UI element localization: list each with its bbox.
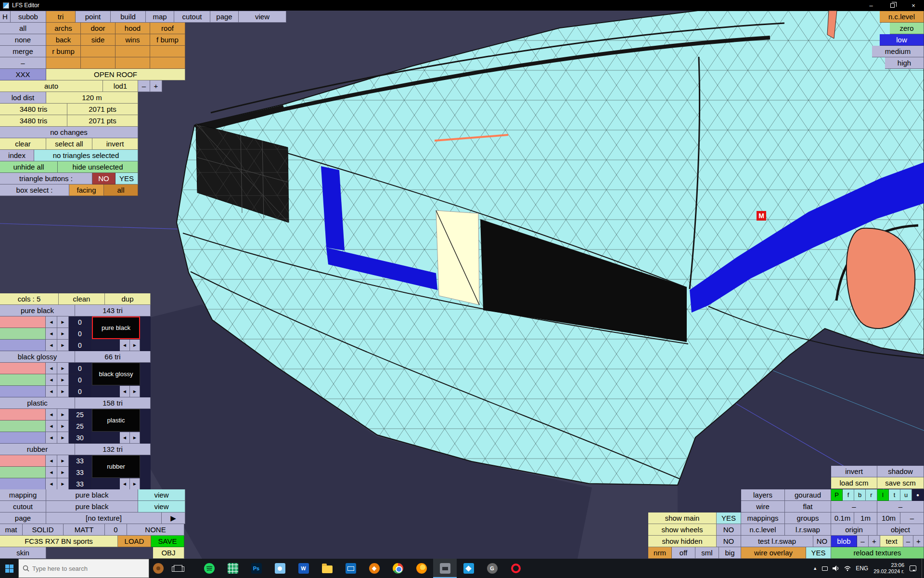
- box-select-facing[interactable]: facing: [69, 184, 104, 196]
- slider-right-arrow[interactable]: ►: [57, 455, 69, 467]
- nc-level-low[interactable]: low: [880, 34, 924, 46]
- tray-expand-icon[interactable]: ▲: [813, 566, 817, 571]
- cutout-view-button[interactable]: view: [138, 501, 185, 512]
- box-select-all[interactable]: all: [104, 184, 138, 196]
- mappings-button[interactable]: mappings: [741, 512, 785, 524]
- subobj-fbump-button[interactable]: f bump: [150, 34, 185, 46]
- layers-button[interactable]: layers: [741, 489, 785, 501]
- minimize-button[interactable]: –: [860, 0, 882, 11]
- subobj-empty-cell[interactable]: [150, 46, 185, 57]
- file-explorer-icon[interactable]: [315, 559, 339, 578]
- spotify-icon[interactable]: [197, 559, 221, 578]
- material-name[interactable]: rubber: [0, 444, 75, 455]
- gouraud-button[interactable]: gouraud: [785, 489, 831, 501]
- chrome-icon[interactable]: [386, 559, 410, 578]
- menu-point[interactable]: point: [76, 11, 111, 23]
- text-plus-button[interactable]: +: [913, 536, 924, 547]
- slider-right-arrow[interactable]: ►: [57, 467, 69, 478]
- mapping-view-button[interactable]: view: [138, 489, 185, 501]
- grid-10m-button[interactable]: 10m: [877, 512, 900, 524]
- subobj-wins-button[interactable]: wins: [116, 34, 150, 46]
- swatch-left-arrow[interactable]: ◄: [120, 432, 130, 444]
- select-all-button[interactable]: select all: [46, 138, 92, 150]
- wire-overlay-label[interactable]: wire overlay: [741, 547, 806, 559]
- subobj-empty-cell[interactable]: [150, 57, 185, 69]
- color-slider-track[interactable]: [0, 328, 46, 340]
- subobj-empty-cell[interactable]: [116, 57, 150, 69]
- swatch-right-arrow[interactable]: ►: [130, 386, 140, 397]
- menu-view[interactable]: view: [239, 11, 286, 23]
- lfs-editor-taskbar-button[interactable]: [433, 559, 457, 578]
- language-indicator[interactable]: ENG: [856, 565, 868, 572]
- cols-count[interactable]: cols : 5: [0, 293, 59, 305]
- blob-plus-button[interactable]: +: [869, 536, 880, 547]
- opera-icon[interactable]: [504, 559, 527, 578]
- invert-selection-button[interactable]: invert: [92, 138, 138, 150]
- mail-icon[interactable]: [339, 559, 362, 578]
- show-hidden-toggle[interactable]: NO: [717, 536, 741, 547]
- photos-icon[interactable]: [457, 559, 480, 578]
- flag-r-button[interactable]: r: [866, 489, 877, 501]
- clock[interactable]: 23:06 29.02.2024 г.: [873, 562, 904, 575]
- cutout-label[interactable]: cutout: [0, 501, 46, 512]
- color-slider-track[interactable]: [0, 478, 46, 490]
- subobj-back-button[interactable]: back: [46, 34, 81, 46]
- slider-left-arrow[interactable]: ◄: [46, 420, 57, 432]
- subobj-rbump-button[interactable]: r bump: [46, 46, 81, 57]
- slider-right-arrow[interactable]: ►: [57, 363, 69, 374]
- color-slider-track[interactable]: [0, 432, 46, 444]
- slider-left-arrow[interactable]: ◄: [46, 316, 57, 328]
- flag-p-button[interactable]: P: [831, 489, 843, 501]
- flag-dot-button[interactable]: ●: [912, 489, 924, 501]
- tray-display-icon[interactable]: [822, 566, 828, 571]
- swatch-right-arrow[interactable]: ►: [130, 340, 140, 351]
- mat-solid-button[interactable]: SOLID: [23, 524, 64, 536]
- reload-textures-button[interactable]: reload textures: [831, 547, 924, 559]
- material-swatch[interactable]: pure black: [92, 316, 140, 339]
- material-name[interactable]: black glossy: [0, 351, 75, 363]
- flag-f-button[interactable]: f: [843, 489, 854, 501]
- 3d-viewer-icon[interactable]: [362, 559, 386, 578]
- hide-unselected-button[interactable]: hide unselected: [58, 161, 138, 173]
- model-name[interactable]: FC3S RX7 BN sports: [0, 536, 118, 547]
- subobj-dash-button[interactable]: –: [0, 57, 46, 69]
- taskbar-search[interactable]: [18, 559, 149, 578]
- slider-left-arrow[interactable]: ◄: [46, 386, 57, 397]
- triangle-buttons-yes[interactable]: YES: [116, 173, 138, 184]
- triangle-buttons-no[interactable]: NO: [92, 173, 116, 184]
- pinned-squirrel-icon[interactable]: [149, 559, 167, 578]
- menu-cutout[interactable]: cutout: [174, 11, 210, 23]
- subobj-empty-cell[interactable]: [46, 57, 81, 69]
- page-label[interactable]: page: [0, 512, 46, 524]
- tray-volume-icon[interactable]: [833, 565, 839, 571]
- gimp-icon[interactable]: G: [480, 559, 504, 578]
- swatch-left-arrow[interactable]: ◄: [120, 340, 130, 351]
- dash-button[interactable]: –: [831, 501, 877, 512]
- material-swatch[interactable]: plastic: [92, 409, 140, 432]
- page-texture-value[interactable]: [no texture]: [46, 512, 162, 524]
- notification-center-icon[interactable]: [910, 565, 916, 571]
- nc-level-high[interactable]: high: [885, 57, 924, 69]
- show-hidden-label[interactable]: show hidden: [648, 536, 717, 547]
- subobj-empty-cell[interactable]: [116, 46, 150, 57]
- word-icon[interactable]: W: [292, 559, 315, 578]
- menu-build[interactable]: build: [111, 11, 146, 23]
- page-next-button[interactable]: ▶: [162, 512, 185, 524]
- menu-h[interactable]: H: [0, 11, 11, 23]
- grid-01m-button[interactable]: 0.1m: [831, 512, 854, 524]
- subobj-hood-button[interactable]: hood: [116, 23, 150, 34]
- nc-level-medium[interactable]: medium: [872, 46, 924, 57]
- menu-subob[interactable]: subob: [11, 11, 46, 23]
- swatch-right-arrow[interactable]: ►: [130, 432, 140, 444]
- subobj-door-button[interactable]: door: [81, 23, 116, 34]
- photoshop-icon[interactable]: Ps: [244, 559, 268, 578]
- restore-button[interactable]: [882, 0, 903, 11]
- object-button[interactable]: object: [877, 524, 924, 536]
- flag-b-button[interactable]: b: [854, 489, 866, 501]
- color-slider-track[interactable]: [0, 340, 46, 351]
- color-slider-track[interactable]: [0, 455, 46, 467]
- subobj-all-button[interactable]: all: [0, 23, 46, 34]
- groups-button[interactable]: groups: [785, 512, 831, 524]
- flat-button[interactable]: flat: [785, 501, 831, 512]
- shadow-button[interactable]: shadow: [877, 466, 924, 477]
